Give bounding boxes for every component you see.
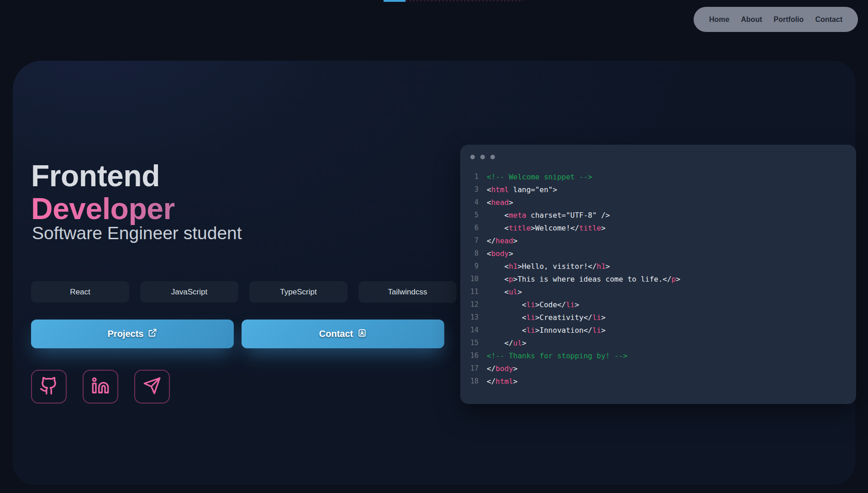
code-line: 14 <li>Innovation</li>	[466, 324, 845, 336]
skill-chip-typescript: TypeScript	[249, 281, 347, 303]
code-line: 10 <p>This is where ideas come to life.<…	[466, 273, 845, 285]
line-number: 5	[466, 211, 479, 219]
code-line: 5 <meta charset="UTF-8" />	[466, 209, 845, 221]
line-number: 3	[466, 185, 479, 194]
social-links-row	[31, 370, 170, 404]
scroll-progress-bar	[384, 0, 405, 2]
window-dot-icon	[470, 155, 475, 159]
line-number: 15	[466, 339, 479, 347]
scroll-progress-track	[405, 0, 523, 1]
skill-chip-javascript: JavaScript	[140, 281, 238, 303]
line-number: 7	[466, 236, 479, 245]
code-line: 12 <li>Code</li>	[466, 298, 845, 311]
line-number: 10	[466, 275, 479, 283]
line-number: 1	[466, 173, 479, 181]
line-number: 17	[466, 364, 479, 372]
line-number: 4	[466, 198, 479, 206]
line-number: 12	[466, 300, 479, 309]
code-line: 16<!-- Thanks for stopping by! -->	[466, 349, 845, 362]
external-link-icon	[148, 328, 157, 340]
code-line: 1<!-- Welcome snippet -->	[466, 170, 845, 183]
hero-card: Frontend Developer Software Engineer stu…	[13, 61, 855, 485]
line-number: 14	[466, 326, 479, 334]
linkedin-link[interactable]	[83, 370, 118, 404]
nav-item-about[interactable]: About	[741, 16, 762, 24]
code-line: 13 <li>Creativity</li>	[466, 311, 845, 324]
title-line-developer: Developer	[31, 192, 175, 225]
code-line: 8<body>	[466, 247, 845, 260]
line-number: 13	[466, 313, 479, 321]
nav-item-portfolio[interactable]: Portfolio	[773, 16, 804, 24]
code-line: 9 <h1>Hello, visitor!</h1>	[466, 260, 845, 273]
contact-card-icon	[358, 328, 367, 340]
code-line: 7</head>	[466, 234, 845, 247]
code-content: 1<!-- Welcome snippet -->3<html lang="en…	[466, 170, 845, 388]
code-line: 4<head>	[466, 196, 845, 209]
projects-button-label: Projects	[108, 329, 144, 339]
line-number: 16	[466, 351, 479, 360]
github-link[interactable]	[31, 370, 67, 404]
line-number: 8	[466, 249, 479, 257]
code-line: 11 <ul>	[466, 285, 845, 298]
telegram-link[interactable]	[134, 370, 170, 404]
window-dot-icon	[490, 155, 495, 159]
code-editor-window: 1<!-- Welcome snippet -->3<html lang="en…	[460, 145, 856, 404]
code-line: 3<html lang="en">	[466, 183, 845, 196]
line-number: 6	[466, 224, 479, 232]
line-number: 18	[466, 377, 479, 385]
skills-row: ReactJavaScriptTypeScriptTailwindcss	[31, 281, 470, 303]
contact-button[interactable]: Contact	[242, 320, 444, 348]
cta-row: Projects Contact	[31, 320, 444, 348]
code-line: 6 <title>Welcome!</title>	[466, 221, 845, 234]
title-line-frontend: Frontend	[31, 159, 160, 193]
telegram-icon	[143, 377, 161, 397]
code-line: 17</body>	[466, 362, 845, 375]
code-line: 18</html>	[466, 375, 845, 388]
github-icon	[39, 376, 58, 397]
top-navigation: HomeAboutPortfolioContact	[694, 7, 858, 32]
linkedin-icon	[91, 377, 110, 397]
skill-chip-tailwindcss: Tailwindcss	[358, 281, 457, 303]
window-dot-icon	[480, 155, 485, 159]
skill-chip-react: React	[31, 281, 129, 303]
line-number: 9	[466, 262, 479, 270]
subtitle: Software Engineer student	[32, 223, 242, 243]
line-number: 11	[466, 288, 479, 296]
code-line: 15 </ul>	[466, 336, 845, 349]
window-controls	[466, 155, 845, 159]
page-title: Frontend Developer	[31, 159, 175, 225]
contact-button-label: Contact	[319, 329, 353, 339]
nav-item-home[interactable]: Home	[709, 16, 729, 24]
nav-item-contact[interactable]: Contact	[815, 16, 842, 24]
projects-button[interactable]: Projects	[31, 320, 234, 348]
